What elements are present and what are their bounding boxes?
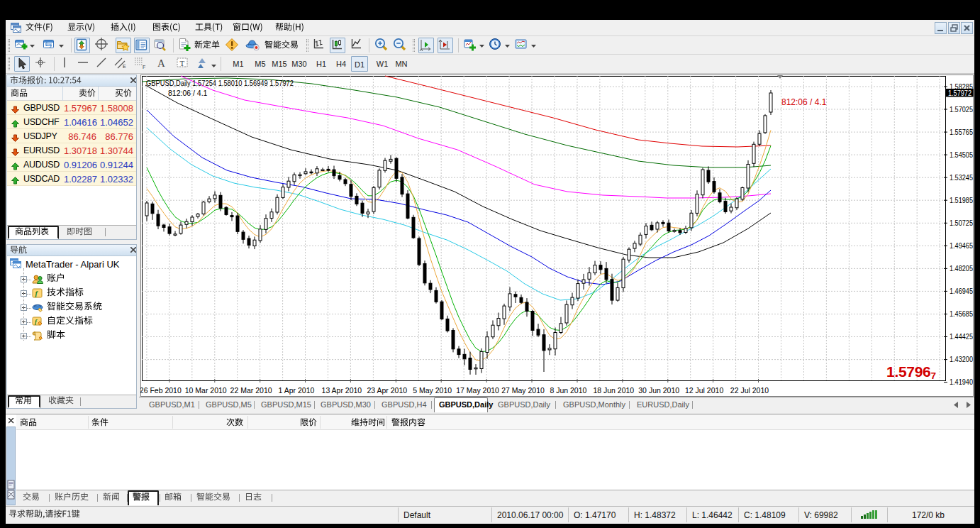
- svg-text:27 May 2010: 27 May 2010: [501, 386, 545, 395]
- svg-text:1.54505: 1.54505: [950, 151, 973, 159]
- svg-text:17 May 2010: 17 May 2010: [456, 386, 499, 395]
- svg-text:T: T: [180, 59, 185, 67]
- svg-text:1.45685: 1.45685: [950, 310, 973, 318]
- svg-text:1.44425: 1.44425: [950, 333, 973, 341]
- svg-text:1.57972: 1.57972: [948, 89, 971, 97]
- svg-text:30 Jun 2010: 30 Jun 2010: [638, 386, 679, 395]
- svg-text:22 Jul 2010: 22 Jul 2010: [730, 386, 769, 395]
- svg-text:10 Mar 2010: 10 Mar 2010: [185, 386, 227, 395]
- svg-text:8 Jun 2010: 8 Jun 2010: [550, 386, 586, 395]
- svg-text:1.50725: 1.50725: [950, 219, 973, 227]
- svg-text:GBPUSD,Daily 1.57254 1.58010: GBPUSD,Daily 1.57254 1.58010 1.56949 1.5…: [146, 79, 294, 87]
- svg-text:F: F: [143, 65, 145, 70]
- svg-text:A: A: [157, 57, 165, 69]
- svg-text:1.46945: 1.46945: [950, 287, 973, 295]
- svg-text:1.57025: 1.57025: [950, 106, 973, 114]
- svg-text:13 Apr 2010: 13 Apr 2010: [322, 386, 362, 395]
- svg-text:22 Mar 2010: 22 Mar 2010: [230, 386, 272, 395]
- svg-text:18 Jun 2010: 18 Jun 2010: [593, 386, 634, 395]
- svg-text:1.43200: 1.43200: [950, 356, 973, 363]
- svg-text:E: E: [123, 64, 126, 69]
- svg-text:1.53245: 1.53245: [950, 174, 973, 182]
- svg-text:5 May 2010: 5 May 2010: [413, 386, 452, 395]
- svg-text:1 Apr 2010: 1 Apr 2010: [279, 386, 315, 395]
- svg-text:23 Apr 2010: 23 Apr 2010: [367, 386, 407, 395]
- svg-text:1.49465: 1.49465: [950, 242, 973, 250]
- svg-text:1.57967: 1.57967: [886, 363, 936, 382]
- svg-text:812:06 / 4.1: 812:06 / 4.1: [168, 89, 208, 97]
- svg-text:1.55765: 1.55765: [950, 128, 973, 136]
- svg-text:812:06 / 4.1: 812:06 / 4.1: [781, 97, 827, 107]
- svg-text:1.48205: 1.48205: [950, 265, 973, 273]
- svg-text:26 Feb 2010: 26 Feb 2010: [140, 386, 182, 395]
- svg-text:1.41940: 1.41940: [950, 378, 973, 386]
- svg-text:12 Jul 2010: 12 Jul 2010: [685, 386, 723, 395]
- svg-text:1.51985: 1.51985: [950, 197, 973, 204]
